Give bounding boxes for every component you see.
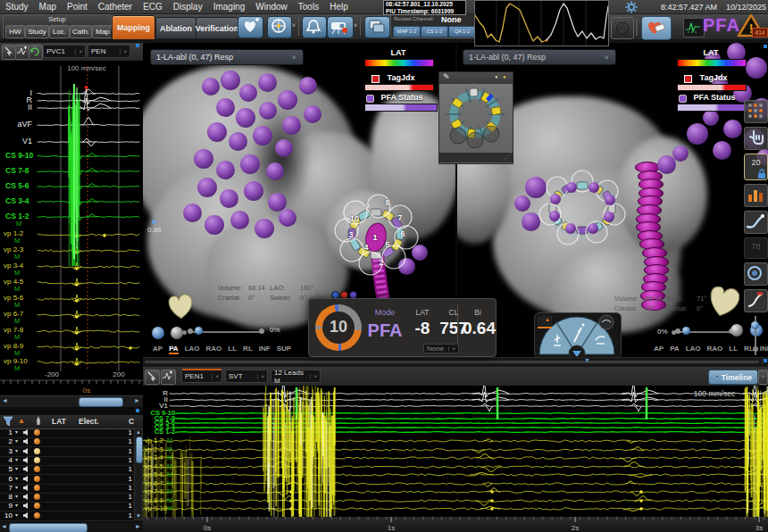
menu-imaging[interactable]: Imaging [208,1,251,12]
mesh-size-box[interactable]: 20 [744,154,768,180]
menu-study[interactable]: Study [0,1,34,12]
left-ecg-selector-2[interactable]: PEN˅ [88,45,130,58]
layout-pages-icon[interactable] [364,16,390,38]
filter-icon[interactable] [3,416,13,427]
strip-slider-thumb[interactable] [751,321,759,329]
tab-mapping[interactable]: Mapping [112,15,155,40]
map-left-opacity-thumb[interactable] [195,327,203,335]
add-signal-icon-b[interactable] [161,370,176,385]
catheter-view-button[interactable] [744,211,768,234]
menu-point[interactable]: Point [62,1,93,12]
review-waveform-panel[interactable] [474,0,609,46]
speaker-icon[interactable] [22,465,30,473]
speaker-icon[interactable] [22,437,30,445]
map-left-title-dropdown[interactable]: 1-LA-abl (0, 47) Resp˅ [150,49,304,65]
setup-btn-hw[interactable]: HW [5,25,25,38]
menu-tools[interactable]: Tools [293,1,324,12]
speaker-icon[interactable] [22,475,30,483]
row-expand-icon[interactable]: ▾ [15,511,18,518]
routed-btn-2[interactable]: CS 1-2 [421,26,448,37]
col-elect[interactable]: Elect. [79,417,99,426]
connection-button[interactable] [744,262,768,286]
bottom-selector-2[interactable]: SVT˅ [225,370,268,383]
routed-btn-3[interactable]: QA 1-2 [448,26,476,37]
orientation-ll[interactable]: LL [729,345,738,353]
speaker-icon[interactable] [22,511,30,520]
speaker-icon[interactable] [22,484,30,492]
orientation-lao[interactable]: LAO [686,345,701,353]
table-scroll-down[interactable]: ▼ [136,513,141,519]
add-signal-icon[interactable] [15,45,29,60]
setup-btn-map[interactable]: Map [92,25,113,38]
visitag-heart-button[interactable] [641,16,672,40]
sort-icon[interactable]: ▲ [18,417,25,425]
histogram-button[interactable] [744,184,768,207]
bottom-selector-1[interactable]: PEN1˅ [181,370,222,383]
menu-window[interactable]: Window [250,1,293,12]
inset-dot-icon[interactable]: ● [495,74,498,79]
table-hscroll-thumb[interactable] [9,523,88,532]
setup-btn-cath[interactable]: Cath. [70,25,92,38]
scroll-left-arrow[interactable]: ◄ [2,397,8,403]
tab-verification[interactable]: Verification [196,17,238,39]
left-ecg-scrollbar[interactable]: ◄► [0,395,143,407]
table-vscroll-thumb[interactable] [136,436,143,463]
row-expand-icon[interactable]: ▾ [15,484,18,490]
speaker-icon[interactable] [22,493,30,501]
menu-map[interactable]: Map [34,1,62,12]
acquire-heart-icon[interactable] [238,16,263,38]
record-circle-button[interactable] [611,17,634,39]
menu-catheter[interactable]: Catheter [93,1,138,12]
orientation-inf[interactable]: INF [259,345,271,353]
orientation-pa[interactable]: PA [169,345,179,354]
setup-btn-study[interactable]: Study [25,25,49,38]
location-dropdown-chevron[interactable]: ˅ [292,22,296,29]
map-right-opacity-thumb[interactable] [682,327,690,335]
bottom-ecg-scroll-track[interactable] [145,361,759,363]
orientation-rl[interactable]: RL [243,345,253,353]
ablation-catheter-button[interactable] [744,289,768,312]
rotate-sphere-button-right[interactable] [730,324,743,337]
rotate-sphere-button[interactable] [171,327,183,339]
orientation-ap[interactable]: AP [153,345,163,353]
inset-dot2-icon[interactable]: ● [503,74,506,79]
cursor-tool-icon[interactable] [2,45,16,60]
row-expand-icon[interactable]: ▾ [15,437,18,444]
table-hscrollbar[interactable]: ◄► [0,522,143,532]
alert-bell-icon[interactable] [302,16,327,38]
pan-sphere-button[interactable] [152,327,164,339]
row-expand-icon[interactable]: ▾ [15,502,18,508]
speaker-icon[interactable] [22,447,30,455]
row-expand-icon[interactable]: ▾ [15,428,18,435]
col-c[interactable]: C [129,417,134,426]
table-scroll-up[interactable]: ▲ [136,429,141,435]
refresh-signals-icon[interactable] [29,45,43,60]
table-scroll-left[interactable]: ◄ [1,523,7,529]
projector-dropdown-chevron[interactable]: ˅ [354,22,357,29]
tag-index-button[interactable] [744,100,768,123]
row-expand-icon[interactable]: ▾ [15,475,18,481]
pfa-panel-close[interactable]: x [311,289,314,297]
pfa-reference-selector[interactable]: None˅ [423,344,459,353]
orientation-lao[interactable]: LAO [185,345,200,353]
row-expand-icon[interactable]: ▾ [15,447,18,453]
col-lat[interactable]: LAT [52,417,66,426]
row-expand-icon[interactable]: ▾ [15,493,18,499]
menu-display[interactable]: Display [168,1,208,12]
row-expand-icon[interactable]: ▾ [15,465,18,471]
disabled-count-button[interactable]: 78 [744,237,768,259]
table-scroll-right[interactable]: ► [135,523,141,529]
timeline-chevron[interactable]: ˅ [758,370,768,385]
left-ecg-traces[interactable]: 100 mm/secIRIIaVFV1CS 9-10CS 7-8CS 5-6CS… [0,61,143,395]
orientation-sup[interactable]: SUP [277,345,291,353]
speaker-icon[interactable] [22,428,30,436]
location-setup-icon[interactable] [267,16,292,38]
scroll-right-arrow[interactable]: ► [134,397,140,403]
select-hand-button[interactable] [744,127,768,150]
left-ecg-selector-1[interactable]: PVC1˅ [43,45,86,58]
catheter-inset-panel[interactable]: ✎●●⋰ [438,71,513,164]
speaker-icon[interactable] [22,456,30,464]
map-right-title-dropdown[interactable]: 1-LA-abl (0, 47) Resp˅ [463,49,616,65]
cursor-tool-icon-b[interactable] [145,370,160,385]
bottom-selector-3[interactable]: 12 Leads M˅ [271,370,321,383]
